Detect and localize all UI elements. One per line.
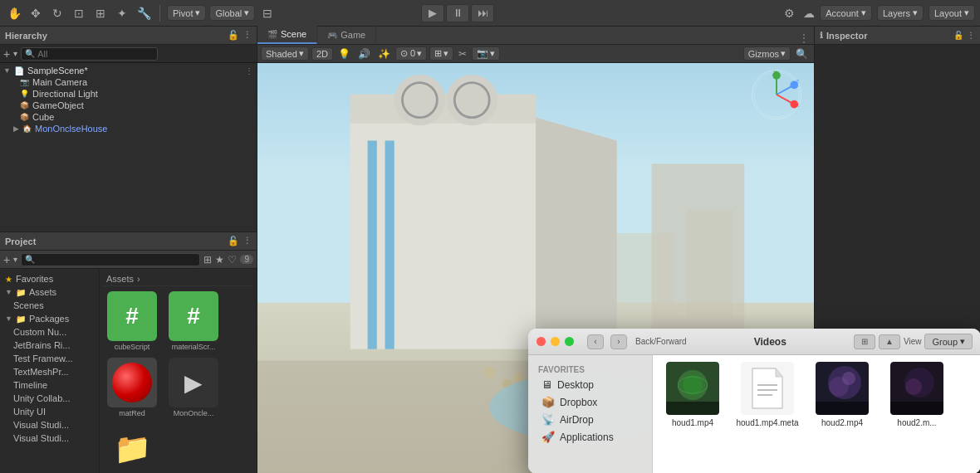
scene-tools-icon[interactable]: ✂ [456, 48, 469, 60]
tab-scene[interactable]: 🎬 Scene [257, 26, 317, 44]
hierarchy-arrow-icon[interactable]: ▾ [13, 49, 17, 58]
pivot-dropdown[interactable]: Pivot ▾ [167, 5, 206, 21]
sidebar-favorites[interactable]: ★ Favorites [0, 272, 99, 285]
scale-tool-icon[interactable]: ⊡ [70, 4, 88, 22]
hierarchy-item-camera[interactable]: 📷 Main Camera [0, 76, 257, 88]
finder-close-button[interactable] [537, 337, 546, 346]
hierarchy-item-cube[interactable]: 📦 Cube [0, 111, 257, 123]
sidebar-vs2[interactable]: Visual Studi... [0, 432, 99, 445]
finder-group-button[interactable]: Group ▾ [924, 334, 973, 349]
finder-maximize-button[interactable] [565, 337, 574, 346]
rect-tool-icon[interactable]: ⊞ [91, 4, 110, 22]
scene-menu-icon[interactable]: ⋮ [245, 66, 253, 76]
audio-toggle-icon[interactable]: 🔊 [355, 48, 373, 60]
finder-view-controls: ⊞ ▲ View Group ▾ [854, 334, 973, 349]
project-search-input[interactable] [37, 255, 196, 265]
sidebar-textmesh[interactable]: TextMeshPr... [0, 365, 99, 378]
finder-desktop-label: Desktop [557, 379, 594, 391]
finder-view-grid-button[interactable]: ⊞ [854, 334, 875, 349]
layers-dropdown[interactable]: Layers ▾ [877, 5, 924, 21]
pause-button[interactable]: ⏸ [446, 4, 469, 22]
hierarchy-item-gameobject[interactable]: 📦 GameObject [0, 100, 257, 111]
asset-cubescript[interactable]: # cubeScript [103, 290, 161, 353]
sidebar-unity-ui[interactable]: Unity UI [0, 405, 99, 418]
light-toggle-icon[interactable]: 💡 [336, 48, 353, 60]
layers-label: Layers [883, 8, 910, 18]
project-menu-icon[interactable]: ⋮ [243, 236, 252, 246]
asset-materialscript[interactable]: # materialScr... [164, 290, 223, 353]
finder-item-applications[interactable]: 🚀 Applications [532, 428, 649, 446]
hierarchy-search-input[interactable] [37, 49, 154, 59]
finder-file-houd1-mp4[interactable]: houd1.mp4 [659, 362, 726, 427]
finder-forward-button[interactable]: › [610, 334, 627, 349]
finder-item-dropbox[interactable]: 📦 Dropbox [532, 393, 649, 411]
search-scene-icon[interactable]: 🔍 [793, 48, 811, 60]
overlay-dropdown[interactable]: ⊞ ▾ [429, 46, 453, 61]
sidebar-custom-nu[interactable]: Custom Nu... [0, 325, 99, 339]
play-button[interactable]: ▶ [421, 4, 444, 22]
finder-dropbox-label: Dropbox [560, 397, 597, 408]
shaded-dropdown[interactable]: Shaded ▾ [261, 46, 309, 61]
move-tool-icon[interactable]: ✥ [27, 4, 45, 22]
finder-minimize-button[interactable] [551, 337, 560, 346]
hierarchy-menu-icon[interactable]: ⋮ [243, 30, 252, 41]
asset-matred[interactable]: matRed [103, 356, 161, 419]
account-label: Account [826, 8, 859, 18]
assets-grid: # cubeScript # materialScr... [103, 290, 253, 473]
settings-icon[interactable]: ⚙ [780, 4, 798, 22]
sidebar-unity-collab[interactable]: Unity Collab... [0, 392, 99, 405]
finder-view-list-button[interactable]: ▲ [879, 334, 900, 349]
hierarchy-item-light[interactable]: 💡 Directional Light [0, 88, 257, 100]
camera-dropdown[interactable]: 📷 ▾ [472, 46, 500, 61]
global-label: Global [215, 8, 242, 18]
sidebar-timeline[interactable]: Timeline [0, 378, 99, 392]
finder-back-button[interactable]: ‹ [587, 334, 604, 349]
project-star-icon[interactable]: ★ [215, 254, 224, 266]
hierarchy-item-house[interactable]: ▶ 🏠 MonOnclseHouse [0, 123, 257, 134]
hand-tool-icon[interactable]: ✋ [5, 4, 23, 22]
project-lock-icon[interactable]: 🔓 [228, 236, 239, 246]
account-dropdown[interactable]: Account ▾ [820, 5, 872, 21]
layout-dropdown[interactable]: Layout ▾ [929, 5, 975, 21]
sidebar-scenes[interactable]: Scenes [0, 299, 99, 312]
finder-file-houd2-mp4[interactable]: houd2.mp4 [809, 362, 875, 427]
visibility-dropdown[interactable]: ⊙ 0 ▾ [395, 46, 427, 61]
grid-tool-icon[interactable]: ⊟ [258, 4, 277, 22]
houd1-meta-label: houd1.mp4.meta [736, 418, 798, 427]
sidebar-jetbrains[interactable]: JetBrains Ri... [0, 339, 99, 352]
sidebar-vs1[interactable]: Visual Studi... [0, 418, 99, 432]
sidebar-packages[interactable]: ▼ 📁 Packages [0, 312, 99, 325]
finder-file-houd1-meta[interactable]: houd1.mp4.meta [734, 362, 801, 427]
houd2-partial-label: houd2.m... [897, 418, 936, 427]
project-arrow-icon[interactable]: ▾ [13, 255, 17, 264]
2d-toggle[interactable]: 2D [311, 47, 333, 61]
asset-folder[interactable]: 📁 [103, 422, 161, 473]
materialscript-label: materialScr... [172, 343, 216, 351]
sidebar-assets[interactable]: ▼ 📁 Assets [0, 285, 99, 299]
scene-tab-menu-icon[interactable]: ⋮ [799, 32, 809, 44]
project-heart-icon[interactable]: ♡ [228, 254, 237, 266]
asset-mononcle[interactable]: ▶ MonOncle... [164, 356, 223, 419]
gizmos-dropdown[interactable]: Gizmos ▾ [743, 46, 791, 61]
finder-item-desktop[interactable]: 🖥 Desktop [532, 376, 649, 393]
refresh-tool-icon[interactable]: ↻ [48, 4, 66, 22]
tab-game[interactable]: 🎮 Game [317, 26, 376, 44]
effect-toggle-icon[interactable]: ✨ [375, 48, 393, 60]
finder-file-houd2-partial[interactable]: houd2.m... [884, 362, 950, 427]
scene-tab-label: Scene [281, 29, 306, 39]
inspector-menu-icon[interactable]: ⋮ [967, 31, 975, 40]
cloud-icon[interactable]: ☁ [803, 7, 815, 20]
transform-tool-icon[interactable]: ✦ [113, 4, 131, 22]
wrench-tool-icon[interactable]: 🔧 [135, 4, 153, 22]
sidebar-testframe[interactable]: Test Framew... [0, 352, 99, 365]
add-project-icon[interactable]: + [3, 253, 10, 266]
global-dropdown[interactable]: Global ▾ [209, 5, 255, 21]
finder-item-airdrop[interactable]: 📡 AirDrop [532, 411, 649, 428]
hierarchy-lock-icon[interactable]: 🔓 [228, 30, 239, 41]
inspector-lock-icon[interactable]: 🔓 [953, 31, 963, 40]
finder-titlebar: ‹ › Back/Forward Videos ⊞ ▲ View Group ▾ [528, 329, 980, 355]
project-view-icon[interactable]: ⊞ [203, 254, 212, 266]
scene-root-item[interactable]: ▼ 📄 SampleScene* ⋮ [0, 65, 257, 76]
step-button[interactable]: ⏭ [471, 4, 494, 22]
add-hierarchy-icon[interactable]: + [3, 47, 10, 61]
